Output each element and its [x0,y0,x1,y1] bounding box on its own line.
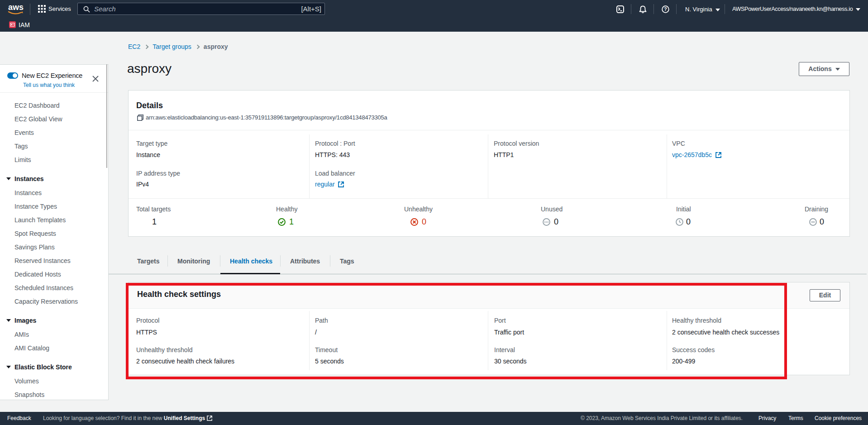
svg-text:aws: aws [8,3,24,12]
svg-text:?: ? [664,6,667,12]
